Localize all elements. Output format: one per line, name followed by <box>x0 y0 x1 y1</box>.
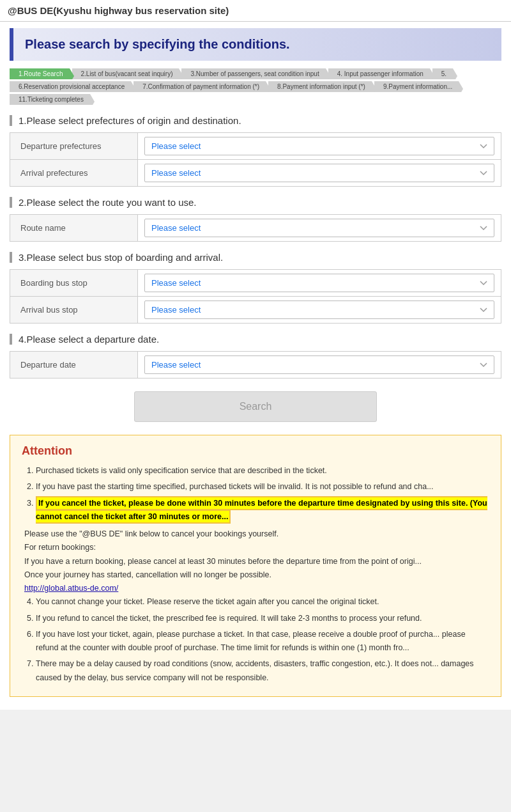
arrival-bus-stop-select[interactable]: Please select <box>144 301 494 319</box>
search-button[interactable]: Search <box>134 391 377 422</box>
departure-date-select[interactable]: Please select <box>144 355 494 374</box>
step-2[interactable]: 2.List of bus(vacant seat inquiry) <box>72 68 179 79</box>
header-banner: Please search by specifying the conditio… <box>10 28 501 61</box>
step-4[interactable]: 4. Input passenger information <box>328 68 430 79</box>
arrival-bus-stop-label: Arrival bus stop <box>10 297 138 324</box>
arrival-prefectures-label: Arrival prefectures <box>10 160 138 187</box>
title-bar: @BUS DE(Kyushu highway bus reservation s… <box>0 0 511 22</box>
arrival-prefectures-select[interactable]: Please select <box>144 164 494 182</box>
section-4-table: Departure date Please select <box>10 351 501 379</box>
attention-title: Attention <box>22 444 489 458</box>
steps-row-2: 6.Reservation provisional acceptance 7.C… <box>10 81 501 92</box>
arrival-bus-stop-row: Arrival bus stop Please select <box>10 297 501 324</box>
step-5[interactable]: 5. <box>432 68 453 79</box>
attention-item-4: You cannot change your ticket. Please re… <box>36 595 489 609</box>
step-8[interactable]: 8.Payment information input (*) <box>268 81 372 92</box>
attention-highlight: If you cancel the ticket, please be done… <box>36 496 487 524</box>
route-name-row: Route name Please select <box>10 215 501 242</box>
departure-prefectures-label: Departure prefectures <box>10 133 138 160</box>
step-11[interactable]: 11.Ticketing completes <box>10 94 90 105</box>
section-1: 1.Please select prefectures of origin an… <box>10 115 501 187</box>
section-1-table: Departure prefectures Please select Arri… <box>10 132 501 187</box>
step-9[interactable]: 9.Payment information... <box>374 81 459 92</box>
step-7[interactable]: 7.Confirmation of payment information (*… <box>133 81 266 92</box>
section-2: 2.Please select the route you want to us… <box>10 197 501 242</box>
attention-item-7: There may be a delay caused by road cond… <box>36 657 489 685</box>
attention-list-continued: You cannot change your ticket. Please re… <box>22 595 489 685</box>
boarding-bus-stop-row: Boarding bus stop Please select <box>10 270 501 297</box>
departure-date-row: Departure date Please select <box>10 352 501 379</box>
atbus-link[interactable]: http://global.atbus-de.com/ <box>24 584 118 593</box>
arrival-prefectures-row: Arrival prefectures Please select <box>10 160 501 187</box>
attention-extra-note: Please use the "@BUS DE" link below to c… <box>22 527 489 595</box>
attention-item-3: If you cancel the ticket, please be done… <box>36 497 489 524</box>
section-2-table: Route name Please select <box>10 214 501 242</box>
step-3[interactable]: 3.Number of passengers, seat condition i… <box>181 68 325 79</box>
step-6[interactable]: 6.Reservation provisional acceptance <box>10 81 131 92</box>
attention-item-1: Purchased tickets is valid only specific… <box>36 464 489 478</box>
steps-row-1: 1.Route Search 2.List of bus(vacant seat… <box>10 68 501 79</box>
step-1[interactable]: 1.Route Search <box>10 68 70 79</box>
departure-date-label: Departure date <box>10 352 138 379</box>
attention-list: Purchased tickets is valid only specific… <box>22 464 489 524</box>
departure-prefectures-row: Departure prefectures Please select <box>10 133 501 160</box>
page-title: Please search by specifying the conditio… <box>25 37 490 52</box>
section-2-title: 2.Please select the route you want to us… <box>10 197 501 208</box>
attention-item-5: If you refund to cancel the ticket, the … <box>36 612 489 625</box>
title-bar-text: @BUS DE(Kyushu highway bus reservation s… <box>8 5 229 16</box>
attention-item-2: If you have past the starting time speci… <box>36 480 489 494</box>
departure-prefectures-select[interactable]: Please select <box>144 137 494 155</box>
steps-row-3: 11.Ticketing completes <box>10 94 501 105</box>
boarding-bus-stop-select[interactable]: Please select <box>144 274 494 292</box>
section-3-table: Boarding bus stop Please select Arrival … <box>10 269 501 324</box>
section-3-title: 3.Please select bus stop of boarding and… <box>10 252 501 263</box>
section-4: 4.Please select a departure date. Depart… <box>10 334 501 379</box>
route-name-label: Route name <box>10 215 138 242</box>
attention-item-6: If you have lost your ticket, again, ple… <box>36 628 489 655</box>
attention-section: Attention Purchased tickets is valid onl… <box>10 435 501 697</box>
boarding-bus-stop-label: Boarding bus stop <box>10 270 138 297</box>
section-1-title: 1.Please select prefectures of origin an… <box>10 115 501 126</box>
route-name-select[interactable]: Please select <box>144 219 494 237</box>
section-4-title: 4.Please select a departure date. <box>10 334 501 345</box>
section-3: 3.Please select bus stop of boarding and… <box>10 252 501 324</box>
